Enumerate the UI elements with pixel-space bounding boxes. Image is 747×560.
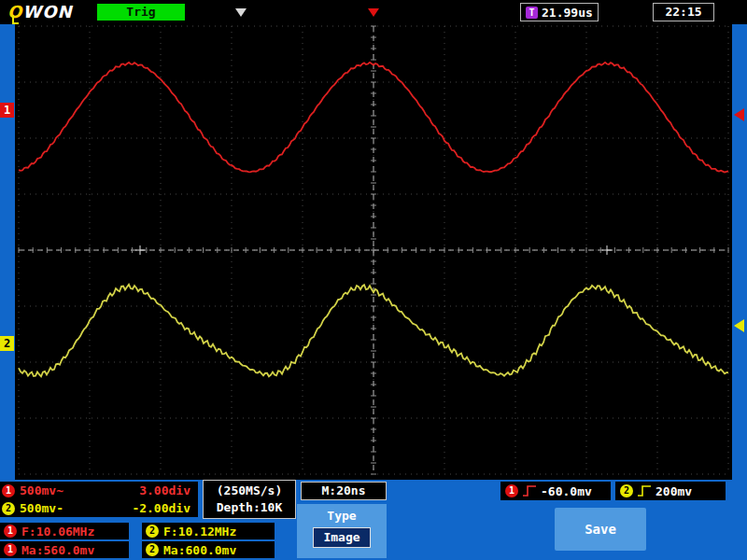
ch2-level-arrow-icon [734,319,744,332]
save-button[interactable]: Save [555,508,646,551]
ch2-position-value: -2.00div [132,501,190,515]
ch1-trigger-level-value: -60.0mv [541,484,592,498]
trigger-position-marker-icon [368,8,379,17]
rising-edge-icon [522,484,537,497]
ch1-number-badge: 1 [4,543,17,556]
ch1-scale-value: 500mv~ [20,483,63,497]
trigger-status-badge: Trig [97,4,185,21]
acquisition-box: (250MS/s) Depth:10K [203,480,296,519]
ch1-scale-row: 1 500mv~ 3.00div [0,482,198,499]
oscilloscope-screen: OWON Trig T 21.99us 22:15 1 2 1 500mv~ 3… [0,0,747,560]
display-area: 1 2 [0,24,747,480]
ch2-number-badge: 2 [146,525,159,538]
ch1-marker: 1 [0,103,14,118]
ch1-amplitude-readout: 1 Ma:560.0mv [0,541,129,558]
rising-edge-icon [637,484,652,497]
channel-scale-block: 1 500mv~ 3.00div 2 500mv- -2.00div [0,482,198,517]
trigger-t-icon: T [526,7,538,19]
sample-rate: (250MS/s) [204,483,295,499]
ch1-amplitude-value: Ma:560.0mv [21,543,94,557]
ch2-amplitude-value: Ma:600.0mv [163,543,236,557]
bottom-bar: 1 500mv~ 3.00div 2 500mv- -2.00div (250M… [0,480,747,560]
ch2-amplitude-readout: 2 Ma:600.0mv [142,541,275,558]
trigger-time-box: T 21.99us [520,3,599,21]
pretrigger-marker-icon [235,8,247,17]
trigger-time-value: 21.99us [542,6,593,20]
memory-depth: Depth:10K [204,499,295,516]
ch2-trigger-level-value: 200mv [655,484,692,498]
ch1-position-value: 3.00div [139,483,190,497]
ch1-number-badge: 1 [4,525,17,538]
top-bar: OWON Trig T 21.99us 22:15 [0,0,747,24]
ch2-number-badge: 2 [146,543,159,556]
ch2-number-badge: 2 [620,484,633,497]
graticule [0,24,747,480]
clock: 22:15 [653,3,714,21]
ch2-frequency-value: F:10.12MHz [163,525,236,539]
ch1-number-badge: 1 [2,484,15,497]
ch2-marker: 2 [0,336,14,351]
ch1-level-arrow-icon [734,108,744,121]
type-menu-panel: Type Image [297,504,387,558]
menu-type-label: Type [297,504,387,523]
ch2-scale-row: 2 500mv- -2.00div [0,499,198,517]
corner-marker-icon [12,15,19,24]
ch2-frequency-readout: 2 F:10.12MHz [142,523,275,539]
ch2-trigger-readout: 2 200mv [615,482,726,500]
ch2-number-badge: 2 [2,502,15,515]
ch1-frequency-value: F:10.06MHz [21,525,94,539]
ch1-number-badge: 1 [505,484,518,497]
ch1-frequency-readout: 1 F:10.06MHz [0,523,129,539]
timebase-box: M:20ns [301,482,387,500]
menu-option-image[interactable]: Image [313,527,371,548]
ch2-scale-value: 500mv- [20,501,63,515]
ch1-trigger-readout: 1 -60.0mv [500,482,611,500]
